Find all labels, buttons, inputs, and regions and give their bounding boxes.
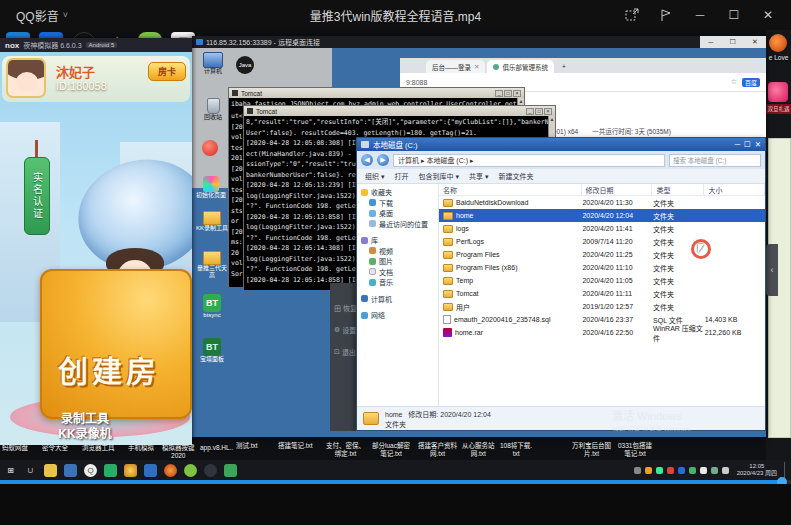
minimize-button[interactable]: _: [526, 108, 534, 115]
chrome-new-tab-button[interactable]: +: [556, 60, 572, 73]
avatar[interactable]: [6, 58, 46, 98]
wechat-icon[interactable]: [104, 464, 117, 477]
console-titlebar[interactable]: Tomcat _ □ ×: [244, 106, 555, 116]
file-row[interactable]: Tomcat2020/4/20 11:11文件夹: [439, 287, 765, 300]
player-titlebar[interactable]: QQ影音 ˅ 量推3代win版教程全程语音.mp4 ─ ☐ ✕: [0, 0, 791, 30]
spiral-app-icon[interactable]: [769, 34, 787, 52]
file-explorer-icon[interactable]: [44, 464, 57, 477]
start-button[interactable]: ⊞: [4, 464, 17, 477]
url-text[interactable]: 9:8088: [406, 79, 427, 86]
taskbar-clock[interactable]: 12:052020/4/23 周四: [737, 463, 777, 477]
screenshot-icon[interactable]: [621, 6, 643, 24]
column-name[interactable]: 名称: [439, 184, 582, 196]
tray-icon[interactable]: [667, 467, 674, 474]
remote-desktop-icon[interactable]: [144, 464, 157, 477]
tray-icon[interactable]: [678, 467, 685, 474]
liangtui-folder-icon[interactable]: 量推三代天高: [196, 251, 228, 279]
tray-icon[interactable]: [700, 467, 707, 474]
chrome-tab-2[interactable]: 俱乐部管理系统: [487, 60, 554, 73]
new-folder-button[interactable]: 新建文件夹: [498, 171, 533, 181]
maximize-button[interactable]: □: [504, 90, 512, 97]
close-button[interactable]: ×: [513, 90, 521, 97]
nox-taskbar-icon[interactable]: [64, 464, 77, 477]
remote-maximize-button[interactable]: ☐: [729, 38, 735, 46]
tray-icon[interactable]: [656, 467, 663, 474]
organize-button[interactable]: 组织 ▾: [365, 171, 384, 181]
console-titlebar[interactable]: Tomcat _ □ ×: [229, 88, 524, 98]
computer-desktop-icon[interactable]: 计算机: [198, 52, 228, 75]
bookmark-star-icon[interactable]: ☆: [731, 78, 737, 86]
room-card-button[interactable]: 房卡: [148, 62, 186, 81]
breadcrumb[interactable]: 计算机 ▸ 本地磁盘 (C:) ▸: [393, 154, 665, 167]
maximize-button[interactable]: □: [535, 108, 543, 115]
minimize-button[interactable]: _: [495, 90, 503, 97]
remote-titlebar[interactable]: 116.85.32.156:33389 - 远程桌面连接 ─ ☐ ✕: [192, 36, 766, 48]
system-tray[interactable]: 12:052020/4/23 周四: [634, 462, 787, 478]
column-type[interactable]: 类型: [652, 184, 704, 196]
file-row[interactable]: home.rar2020/4/16 22:50WinRAR 压缩文件212,26…: [439, 326, 765, 339]
explorer-titlebar[interactable]: 本地磁盘 (C:) ─ ☐ ✕: [357, 138, 765, 151]
tray-icon[interactable]: [689, 467, 696, 474]
column-date[interactable]: 修改日期: [582, 184, 653, 196]
maximize-button[interactable]: ☐: [744, 140, 751, 149]
nav-music[interactable]: 音乐: [361, 277, 438, 288]
share-button[interactable]: 共享 ▾: [469, 171, 488, 181]
close-button[interactable]: ✕: [757, 6, 779, 24]
desktop-file-label[interactable]: 万利宝后台图片.txt: [572, 442, 611, 457]
open-button[interactable]: 打开: [394, 171, 408, 181]
tray-icon[interactable]: [634, 467, 641, 474]
game-screen[interactable]: 沐妃子 ID:180058 房卡 实名认证 创建房 录制工具 KK录像机: [0, 52, 192, 445]
desktop-file-label[interactable]: 搭建笔记.txt: [278, 442, 313, 450]
desktop-file-label[interactable]: 测试.txt: [236, 442, 258, 450]
panel-item-settings[interactable]: ⚙设置: [330, 319, 356, 341]
minimize-button[interactable]: ─: [689, 6, 711, 24]
remote-close-button[interactable]: ✕: [752, 38, 758, 46]
nav-documents[interactable]: 文档: [361, 267, 438, 278]
file-row[interactable]: Temp2020/4/20 11:05文件夹: [439, 274, 765, 287]
file-row-selected[interactable]: home2020/4/20 12:04文件夹: [439, 209, 765, 222]
nav-network[interactable]: 网络: [361, 310, 438, 321]
nav-desktop[interactable]: 桌面: [361, 208, 438, 219]
nav-recent[interactable]: 最近访问的位置: [361, 219, 438, 230]
create-room-panel[interactable]: 创建房: [40, 269, 192, 419]
desktop-file-label[interactable]: 部分luac解密笔记.txt: [372, 442, 410, 457]
file-row[interactable]: Program Files2020/4/20 11:25文件夹: [439, 248, 765, 261]
remote-minimize-button[interactable]: ─: [708, 39, 713, 46]
collapse-handle[interactable]: ‹: [766, 244, 778, 296]
search-u-icon[interactable]: U: [24, 464, 37, 477]
tiger-app-icon[interactable]: [164, 464, 177, 477]
maximize-button[interactable]: ☐: [723, 6, 745, 24]
file-row[interactable]: PerfLogs2009/7/14 11:20文件夹: [439, 235, 765, 248]
nox-titlebar[interactable]: nox 夜神模拟器 6.6.0.3 Android 5: [0, 38, 192, 52]
baidu-badge[interactable]: 百度: [742, 78, 760, 87]
realname-ribbon[interactable]: 实名认证: [24, 157, 50, 235]
desktop-file-label[interactable]: 密令大全: [42, 444, 68, 452]
recycle-desktop-icon[interactable]: 回收站: [198, 98, 228, 121]
red-app-icon[interactable]: [202, 140, 218, 156]
search-input[interactable]: 搜索 本地磁盘 (C:): [669, 154, 761, 167]
desktop-file-label[interactable]: 模拟器按键2020: [162, 444, 195, 459]
close-button[interactable]: ✕: [755, 140, 761, 149]
video-frame[interactable]: 💻 🛡 K ⚠ 🤖 🚪 e Love 双旦礼遇 ‹ 116.85.32.156:…: [0, 30, 791, 480]
desktop-file-label[interactable]: app.v8.HL..: [200, 444, 233, 452]
file-row[interactable]: 用户2019/1/20 12:57文件夹: [439, 300, 765, 313]
desktop-file-label[interactable]: 支付、密保、绑定.txt: [326, 442, 365, 457]
network-tray-icon[interactable]: [711, 467, 718, 474]
nav-pictures[interactable]: 图片: [361, 256, 438, 267]
kk-folder-icon[interactable]: KK录制工具: [196, 211, 228, 232]
browser-icon[interactable]: Q: [84, 464, 97, 477]
show-desktop-button[interactable]: [784, 462, 787, 478]
nav-favorites[interactable]: 收藏夹: [361, 187, 438, 198]
forward-button[interactable]: ▶: [377, 154, 389, 166]
game-icon[interactable]: [124, 464, 137, 477]
minimize-button[interactable]: ─: [735, 140, 740, 149]
java-desktop-icon[interactable]: Java: [232, 56, 258, 74]
panel-item-restore[interactable]: 田恢复: [330, 297, 356, 319]
nav-computer[interactable]: 计算机: [361, 294, 438, 305]
remote-desktop-surface[interactable]: 计算机 Java 回收站 初始化页面 KK录制工具: [192, 48, 766, 431]
file-row[interactable]: BaiduNetdiskDownload2020/4/20 11:30文件夹: [439, 196, 765, 209]
app-menu-chevron-icon[interactable]: ˅: [63, 10, 68, 20]
baota-icon[interactable]: BT 宝塔面板: [196, 338, 228, 363]
nav-libraries[interactable]: 库: [361, 235, 438, 246]
chrome-tab-1[interactable]: 后台——登录✕: [426, 60, 485, 73]
